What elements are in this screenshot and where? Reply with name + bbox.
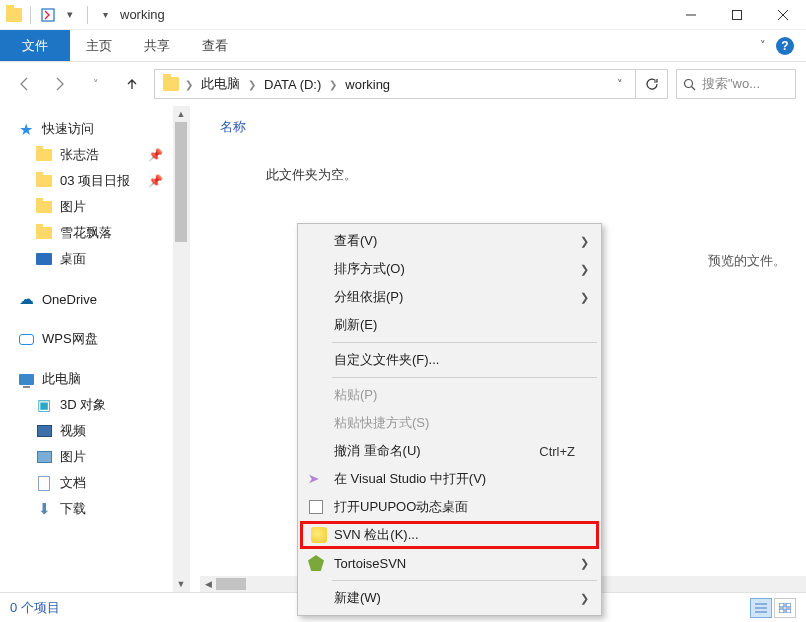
chevron-right-icon[interactable]: ❯ — [329, 79, 337, 90]
picture-icon — [36, 449, 52, 465]
folder-icon — [6, 8, 22, 22]
cm-refresh[interactable]: 刷新(E) — [300, 311, 599, 339]
sidebar-quick-item[interactable]: 张志浩📌 — [0, 142, 173, 168]
sidebar-quick-item[interactable]: 雪花飘落 — [0, 220, 173, 246]
scroll-left-icon[interactable]: ◀ — [200, 579, 216, 589]
sidebar-scrollbar[interactable]: ▲ ▼ — [173, 106, 189, 592]
chevron-right-icon: ❯ — [580, 291, 589, 304]
cm-sort[interactable]: 排序方式(O)❯ — [300, 255, 599, 283]
wps-icon — [18, 331, 34, 347]
cm-undo-rename[interactable]: 撤消 重命名(U)Ctrl+Z — [300, 437, 599, 465]
cm-new[interactable]: 新建(W)❯ — [300, 584, 599, 612]
desktop-icon — [36, 253, 52, 265]
tab-home[interactable]: 主页 — [70, 30, 128, 61]
sidebar: ★ 快速访问 张志浩📌 03 项目日报📌 图片 雪花飘落 桌面 ☁OneDriv… — [0, 106, 190, 592]
sidebar-quick-item[interactable]: 图片 — [0, 194, 173, 220]
video-icon — [36, 423, 52, 439]
search-input[interactable]: 搜索"wo... — [676, 69, 796, 99]
empty-folder-message: 此文件夹为空。 — [190, 144, 806, 184]
scroll-thumb[interactable] — [216, 578, 246, 590]
cm-paste: 粘贴(P) — [300, 381, 599, 409]
tortoisesvn-icon — [306, 553, 326, 573]
sidebar-quick-item[interactable]: 03 项目日报📌 — [0, 168, 173, 194]
help-icon[interactable]: ? — [776, 37, 794, 55]
upupoo-icon — [306, 497, 326, 517]
svg-rect-0 — [42, 9, 54, 21]
maximize-button[interactable] — [714, 0, 760, 30]
nav-forward-button[interactable] — [46, 70, 74, 98]
cm-svn-checkout[interactable]: SVN 检出(K)... — [300, 521, 599, 549]
cm-group[interactable]: 分组依据(P)❯ — [300, 283, 599, 311]
scroll-up-icon[interactable]: ▲ — [173, 106, 189, 122]
pin-icon: 📌 — [148, 148, 163, 162]
cm-tortoise-svn[interactable]: TortoiseSVN❯ — [300, 549, 599, 577]
cm-open-vs[interactable]: 在 Visual Studio 中打开(V) — [300, 465, 599, 493]
refresh-button[interactable] — [636, 69, 668, 99]
navbar: ˅ ❯ 此电脑 ❯ DATA (D:) ❯ working ˅ 搜索"wo... — [0, 62, 806, 106]
visual-studio-icon — [306, 469, 326, 489]
nav-tree: ★ 快速访问 张志浩📌 03 项目日报📌 图片 雪花飘落 桌面 ☁OneDriv… — [0, 106, 173, 592]
sidebar-quick-item[interactable]: 桌面 — [0, 246, 173, 272]
svn-icon — [309, 525, 329, 545]
scroll-down-icon[interactable]: ▼ — [173, 576, 189, 592]
titlebar: ▾ ▾ working — [0, 0, 806, 30]
minimize-button[interactable] — [668, 0, 714, 30]
svg-rect-11 — [786, 603, 791, 607]
chevron-right-icon: ❯ — [580, 263, 589, 276]
sidebar-pc-item[interactable]: ▣3D 对象 — [0, 392, 173, 418]
star-icon: ★ — [18, 121, 34, 137]
scroll-thumb[interactable] — [175, 122, 187, 242]
sidebar-pc-item[interactable]: ⬇下载 — [0, 496, 173, 522]
sidebar-pc-item[interactable]: 视频 — [0, 418, 173, 444]
svg-rect-13 — [786, 609, 791, 613]
qat-overflow-icon[interactable]: ▾ — [96, 6, 114, 24]
download-icon: ⬇ — [36, 501, 52, 517]
shortcut-label: Ctrl+Z — [539, 444, 575, 459]
sidebar-quick-access[interactable]: ★ 快速访问 — [0, 116, 173, 142]
close-button[interactable] — [760, 0, 806, 30]
window-title: working — [114, 7, 165, 22]
folder-icon — [36, 175, 52, 187]
quick-access-toolbar: ▾ ▾ — [0, 6, 114, 24]
sidebar-onedrive[interactable]: ☁OneDrive — [0, 286, 173, 312]
context-menu: 查看(V)❯ 排序方式(O)❯ 分组依据(P)❯ 刷新(E) 自定义文件夹(F)… — [297, 223, 602, 616]
svg-rect-2 — [733, 10, 742, 19]
properties-icon[interactable] — [39, 6, 57, 24]
sidebar-wps[interactable]: WPS网盘 — [0, 326, 173, 352]
breadcrumb-seg-folder[interactable]: working — [339, 77, 396, 92]
chevron-right-icon: ❯ — [580, 235, 589, 248]
tab-file[interactable]: 文件 — [0, 30, 70, 61]
nav-history-dropdown[interactable]: ˅ — [82, 70, 110, 98]
cm-view[interactable]: 查看(V)❯ — [300, 227, 599, 255]
svg-point-5 — [685, 79, 693, 87]
sidebar-this-pc[interactable]: 此电脑 — [0, 366, 173, 392]
search-placeholder: 搜索"wo... — [702, 75, 760, 93]
column-header-name[interactable]: 名称 — [190, 106, 806, 144]
tab-view[interactable]: 查看 — [186, 30, 244, 61]
menu-separator — [332, 580, 597, 581]
qat-dropdown-icon[interactable]: ▾ — [61, 6, 79, 24]
nav-back-button[interactable] — [10, 70, 38, 98]
svg-rect-10 — [779, 603, 784, 607]
nav-up-button[interactable] — [118, 70, 146, 98]
view-details-button[interactable] — [750, 598, 772, 618]
view-icons-button[interactable] — [774, 598, 796, 618]
chevron-right-icon[interactable]: ❯ — [248, 79, 256, 90]
sidebar-pc-item[interactable]: 图片 — [0, 444, 173, 470]
cm-open-upupoo[interactable]: 打开UPUPOO动态桌面 — [300, 493, 599, 521]
breadcrumb-seg-drive[interactable]: DATA (D:) — [258, 77, 327, 92]
tab-share[interactable]: 共享 — [128, 30, 186, 61]
cm-paste-shortcut: 粘贴快捷方式(S) — [300, 409, 599, 437]
ribbon-collapse-icon[interactable]: ˅ — [760, 39, 766, 52]
folder-icon — [36, 227, 52, 239]
svg-rect-12 — [779, 609, 784, 613]
chevron-right-icon[interactable]: ❯ — [185, 79, 193, 90]
breadcrumb-folder-icon — [163, 77, 179, 91]
folder-icon — [36, 201, 52, 213]
folder-icon — [36, 149, 52, 161]
breadcrumb-seg-pc[interactable]: 此电脑 — [195, 75, 246, 93]
cm-customize[interactable]: 自定义文件夹(F)... — [300, 346, 599, 374]
breadcrumb-dropdown-icon[interactable]: ˅ — [609, 78, 631, 91]
breadcrumb[interactable]: ❯ 此电脑 ❯ DATA (D:) ❯ working ˅ — [154, 69, 636, 99]
sidebar-pc-item[interactable]: 文档 — [0, 470, 173, 496]
